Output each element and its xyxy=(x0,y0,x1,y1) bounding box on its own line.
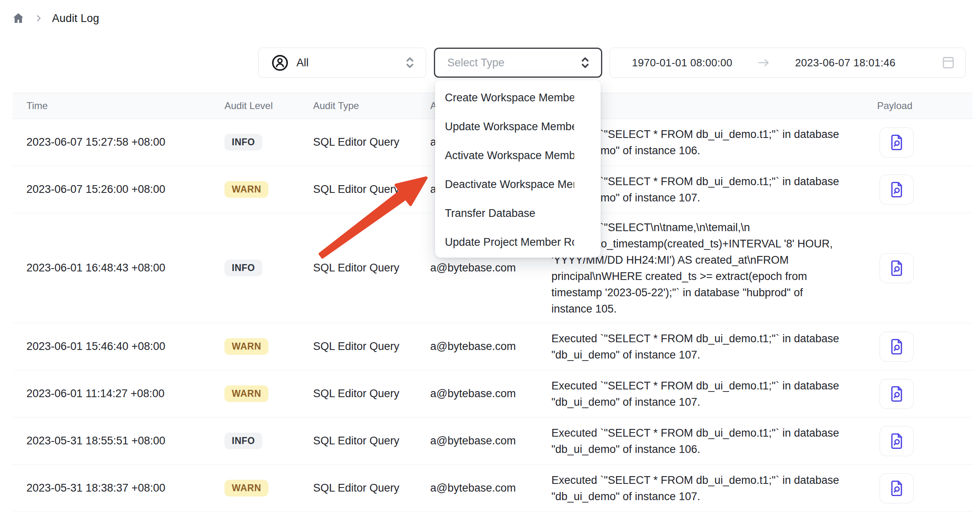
chevrons-up-down-icon xyxy=(405,56,415,70)
audit-level-badge: WARN xyxy=(224,480,268,496)
cell-audit-type: SQL Editor Query xyxy=(313,136,430,149)
cell-actor: a@bytebase.com xyxy=(430,262,551,274)
dropdown-item[interactable]: Activate Workspace Member xyxy=(436,141,574,170)
person-circle-icon xyxy=(271,54,289,72)
file-search-icon xyxy=(889,432,905,450)
dropdown-item[interactable]: Update Workspace Member xyxy=(436,112,574,141)
view-payload-button[interactable] xyxy=(880,175,914,205)
cell-audit-type: SQL Editor Query xyxy=(313,340,430,353)
file-search-icon xyxy=(889,338,905,356)
audit-level-badge: WARN xyxy=(224,181,268,198)
view-payload-button[interactable] xyxy=(880,379,914,409)
cell-time: 2023-06-01 15:46:40 +08:00 xyxy=(13,340,224,353)
date-range-end[interactable]: 2023-06-07 18:01:46 xyxy=(795,57,895,69)
column-header-payload: Payload xyxy=(877,100,973,112)
cell-audit-type: SQL Editor Query xyxy=(313,482,430,494)
breadcrumb: Audit Log xyxy=(11,11,99,25)
view-payload-button[interactable] xyxy=(880,253,914,283)
chevrons-up-down-icon xyxy=(580,56,590,70)
audit-log-page: Audit Log All Select Type 1970-01-01 08:… xyxy=(0,0,980,516)
dropdown-item[interactable]: Transfer Database xyxy=(436,199,574,228)
calendar-icon[interactable] xyxy=(942,55,955,70)
column-header-time: Time xyxy=(13,100,224,112)
date-range-start[interactable]: 1970-01-01 08:00:00 xyxy=(632,57,732,69)
file-search-icon xyxy=(889,385,905,403)
audit-level-badge: INFO xyxy=(224,433,262,449)
type-filter-select[interactable]: Select Type xyxy=(434,48,602,78)
cell-comment: Executed `"SELECT * FROM db_ui_demo.t1;"… xyxy=(551,378,877,410)
type-dropdown-menu: Create Workspace Member Update Workspace… xyxy=(435,80,601,258)
cell-comment: Executed `"SELECT * FROM db_ui_demo.t1;"… xyxy=(551,472,877,505)
cell-audit-type: SQL Editor Query xyxy=(313,262,430,274)
arrow-right-icon xyxy=(758,58,770,68)
view-payload-button[interactable] xyxy=(880,127,914,157)
breadcrumb-chevron-icon xyxy=(34,14,43,23)
view-payload-button[interactable] xyxy=(880,332,914,362)
home-icon[interactable] xyxy=(11,11,25,25)
cell-actor: a@bytebase.com xyxy=(430,387,551,400)
table-row: 2023-06-01 11:14:27 +08:00 WARN SQL Edit… xyxy=(13,370,973,418)
cell-actor: a@bytebase.com xyxy=(430,482,551,494)
cell-comment: Executed `"SELECT * FROM db_ui_demo.t1;"… xyxy=(551,425,877,457)
dropdown-item[interactable]: Create Workspace Member xyxy=(436,83,574,112)
audit-level-badge: WARN xyxy=(224,385,268,402)
type-filter-placeholder: Select Type xyxy=(447,57,505,69)
file-search-icon xyxy=(889,259,905,277)
cell-time: 2023-05-31 18:55:51 +08:00 xyxy=(13,435,224,447)
cell-time: 2023-06-01 11:14:27 +08:00 xyxy=(13,387,224,400)
actor-filter-value: All xyxy=(296,57,309,69)
audit-level-badge: INFO xyxy=(224,260,262,276)
cell-audit-type: SQL Editor Query xyxy=(313,435,430,447)
dropdown-item[interactable]: Update Project Member Role xyxy=(436,228,574,257)
audit-level-badge: WARN xyxy=(224,338,268,355)
file-search-icon xyxy=(889,133,905,151)
cell-comment: Executed `"SELECT * FROM db_ui_demo.t1;"… xyxy=(551,330,877,363)
cell-audit-type: SQL Editor Query xyxy=(313,387,430,400)
actor-filter-select[interactable]: All xyxy=(258,48,426,78)
table-row: 2023-06-01 15:46:40 +08:00 WARN SQL Edit… xyxy=(13,323,973,370)
audit-level-badge: INFO xyxy=(224,134,262,151)
cell-actor: a@bytebase.com xyxy=(430,435,551,447)
file-search-icon xyxy=(889,479,905,497)
date-range-picker[interactable]: 1970-01-01 08:00:00 2023-06-07 18:01:46 xyxy=(610,48,966,78)
page-title: Audit Log xyxy=(52,12,99,25)
file-search-icon xyxy=(889,181,905,199)
view-payload-button[interactable] xyxy=(880,426,914,456)
cell-time: 2023-06-07 15:27:58 +08:00 xyxy=(13,136,224,149)
column-header-level: Audit Level xyxy=(224,100,313,112)
table-row: 2023-05-31 18:55:51 +08:00 INFO SQL Edit… xyxy=(13,418,973,465)
cell-time: 2023-06-01 16:48:43 +08:00 xyxy=(13,262,224,274)
table-row: 2023-05-31 18:38:37 +08:00 WARN SQL Edit… xyxy=(13,465,973,512)
dropdown-item[interactable]: Deactivate Workspace Member xyxy=(436,170,574,199)
view-payload-button[interactable] xyxy=(880,473,914,503)
cell-actor: a@bytebase.com xyxy=(430,340,551,353)
cell-time: 2023-05-31 18:38:37 +08:00 xyxy=(13,482,224,494)
cell-audit-type: SQL Editor Query xyxy=(313,183,430,196)
column-header-type: Audit Type xyxy=(313,100,430,112)
cell-time: 2023-06-07 15:26:00 +08:00 xyxy=(13,183,224,196)
